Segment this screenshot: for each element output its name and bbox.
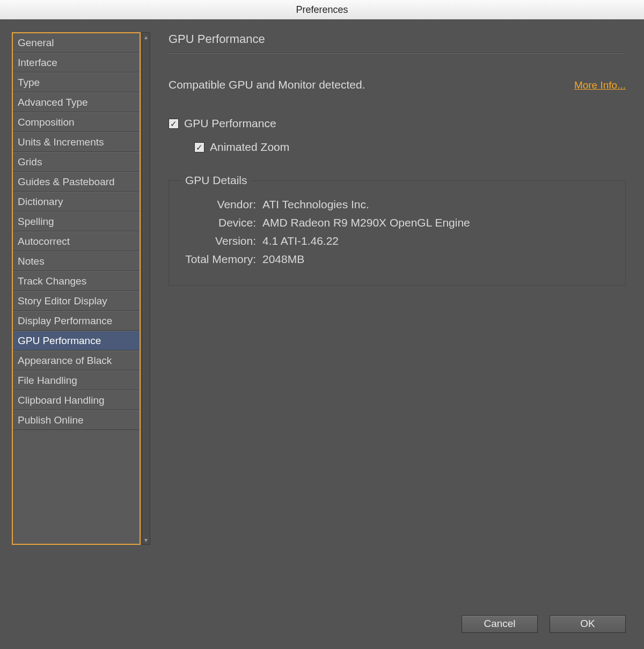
sidebar-item-story-editor-display[interactable]: Story Editor Display bbox=[13, 291, 140, 311]
gpu-details-legend: GPU Details bbox=[181, 174, 252, 187]
gpu-detail-row: Total Memory:2048MB bbox=[181, 253, 613, 266]
dialog-footer: Cancel OK bbox=[462, 615, 626, 633]
sidebar-item-grids[interactable]: Grids bbox=[13, 152, 140, 172]
window-title: Preferences bbox=[296, 4, 348, 15]
gpu-detail-label: Device: bbox=[181, 216, 256, 229]
sidebar-item-notes[interactable]: Notes bbox=[13, 251, 140, 271]
sidebar-item-units-increments[interactable]: Units & Increments bbox=[13, 132, 140, 152]
gpu-performance-checkbox[interactable]: ✓ bbox=[169, 119, 179, 129]
gpu-performance-option[interactable]: ✓ GPU Performance bbox=[169, 117, 626, 130]
category-listbox[interactable]: GeneralInterfaceTypeAdvanced TypeComposi… bbox=[12, 32, 141, 545]
pane-title: GPU Performance bbox=[169, 32, 626, 53]
gpu-detail-row: Device:AMD Radeon R9 M290X OpenGL Engine bbox=[181, 216, 613, 229]
animated-zoom-checkbox[interactable]: ✓ bbox=[194, 142, 204, 152]
cancel-button[interactable]: Cancel bbox=[462, 615, 538, 633]
animated-zoom-option[interactable]: ✓ Animated Zoom bbox=[194, 141, 626, 154]
dialog-body: GeneralInterfaceTypeAdvanced TypeComposi… bbox=[0, 19, 644, 649]
gpu-status-text: Compatible GPU and Monitor detected. bbox=[169, 78, 365, 91]
sidebar-item-composition[interactable]: Composition bbox=[13, 112, 140, 132]
sidebar-item-clipboard-handling[interactable]: Clipboard Handling bbox=[13, 390, 140, 410]
scroll-up-icon[interactable]: ▴ bbox=[142, 33, 150, 41]
gpu-detail-label: Vendor: bbox=[181, 198, 256, 211]
category-sidebar: GeneralInterfaceTypeAdvanced TypeComposi… bbox=[12, 32, 150, 545]
sidebar-item-appearance-of-black[interactable]: Appearance of Black bbox=[13, 351, 140, 370]
scroll-down-icon[interactable]: ▾ bbox=[142, 536, 150, 544]
preference-pane: GPU Performance Compatible GPU and Monit… bbox=[169, 32, 626, 649]
sidebar-item-display-performance[interactable]: Display Performance bbox=[13, 311, 140, 331]
gpu-detail-value: 2048MB bbox=[262, 253, 304, 266]
gpu-detail-value: ATI Technologies Inc. bbox=[262, 198, 369, 211]
sidebar-item-spelling[interactable]: Spelling bbox=[13, 212, 140, 231]
gpu-detail-label: Total Memory: bbox=[181, 253, 256, 266]
divider bbox=[169, 53, 626, 54]
more-info-link[interactable]: More Info... bbox=[574, 79, 626, 91]
sidebar-item-general[interactable]: General bbox=[13, 33, 140, 53]
options-group: ✓ GPU Performance ✓ Animated Zoom bbox=[169, 117, 626, 154]
ok-button[interactable]: OK bbox=[550, 615, 626, 633]
gpu-detail-value: AMD Radeon R9 M290X OpenGL Engine bbox=[262, 216, 470, 229]
animated-zoom-label: Animated Zoom bbox=[210, 141, 289, 154]
sidebar-item-track-changes[interactable]: Track Changes bbox=[13, 271, 140, 291]
sidebar-item-gpu-performance[interactable]: GPU Performance bbox=[13, 331, 140, 351]
sidebar-item-type[interactable]: Type bbox=[13, 72, 140, 92]
sidebar-item-dictionary[interactable]: Dictionary bbox=[13, 192, 140, 212]
gpu-status-row: Compatible GPU and Monitor detected. Mor… bbox=[169, 78, 626, 91]
sidebar-item-advanced-type[interactable]: Advanced Type bbox=[13, 92, 140, 112]
sidebar-item-interface[interactable]: Interface bbox=[13, 53, 140, 72]
window-titlebar: Preferences bbox=[0, 0, 644, 20]
gpu-detail-row: Vendor:ATI Technologies Inc. bbox=[181, 198, 613, 211]
sidebar-scrollbar[interactable]: ▴ ▾ bbox=[142, 32, 150, 545]
gpu-detail-value: 4.1 ATI-1.46.22 bbox=[262, 235, 339, 247]
gpu-performance-label: GPU Performance bbox=[184, 117, 276, 130]
gpu-details-fieldset: GPU Details Vendor:ATI Technologies Inc.… bbox=[169, 180, 626, 286]
sidebar-item-guides-pasteboard[interactable]: Guides & Pasteboard bbox=[13, 172, 140, 192]
sidebar-item-publish-online[interactable]: Publish Online bbox=[13, 410, 140, 430]
sidebar-item-autocorrect[interactable]: Autocorrect bbox=[13, 231, 140, 251]
sidebar-item-file-handling[interactable]: File Handling bbox=[13, 370, 140, 390]
gpu-detail-row: Version:4.1 ATI-1.46.22 bbox=[181, 235, 613, 247]
gpu-detail-label: Version: bbox=[181, 235, 256, 247]
